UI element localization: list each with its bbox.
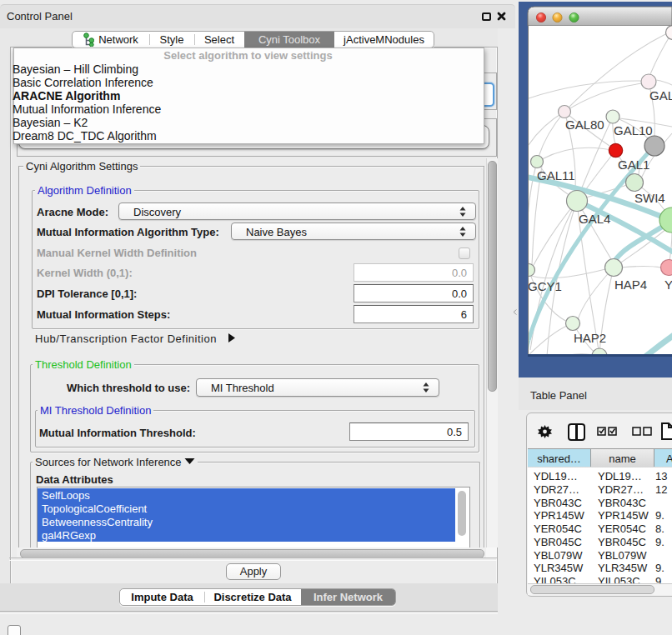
svg-text:GAL11: GAL11 [537, 168, 575, 182]
svg-text:HAP4: HAP4 [614, 278, 647, 292]
svg-text:HAP2: HAP2 [574, 331, 606, 345]
svg-text:GAL80: GAL80 [565, 118, 604, 132]
svg-text:GAL1: GAL1 [618, 158, 649, 172]
svg-text:GCY1: GCY1 [528, 279, 562, 293]
svg-text:YM: YM [664, 278, 672, 292]
svg-text:SWI4: SWI4 [634, 191, 665, 205]
svg-text:GAL10: GAL10 [614, 123, 653, 138]
svg-text:GAL2: GAL2 [649, 88, 672, 102]
svg-text:GAL4: GAL4 [579, 212, 610, 226]
